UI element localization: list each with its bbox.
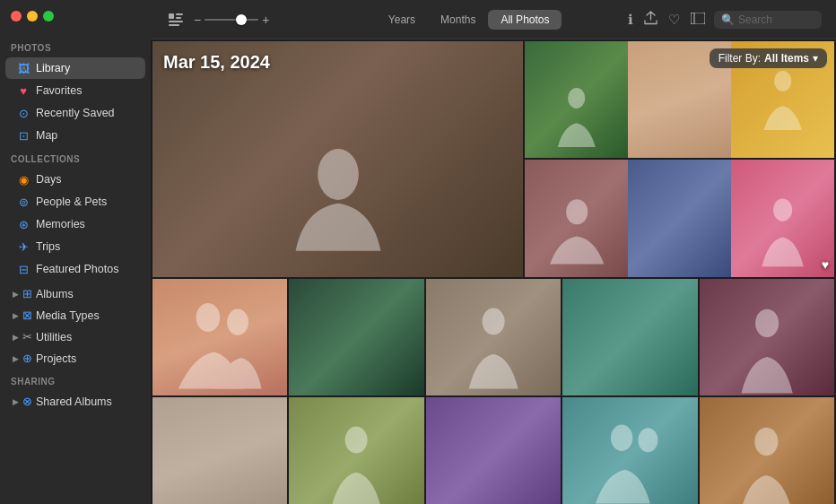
search-icon: 🔍: [721, 13, 735, 26]
sidebar-item-albums[interactable]: ▶ ⊞ Albums: [5, 283, 145, 304]
sidebar-item-media-types[interactable]: ▶ ⊠ Media Types: [5, 305, 145, 326]
zoom-track: [205, 19, 258, 21]
photo-grid-container: Mar 15, 2024 Filter By: All Items ▾: [151, 39, 836, 504]
shared-albums-icon: ⊗: [22, 395, 32, 408]
info-icon[interactable]: ℹ: [626, 10, 635, 30]
svg-rect-5: [691, 13, 705, 24]
sidebar-item-recently-saved[interactable]: ⊙ Recently Saved: [5, 102, 145, 124]
media-types-icon: ⊠: [22, 308, 32, 322]
photo-cell-14[interactable]: [289, 397, 423, 504]
sidebar-label-people-pets: People & Pets: [36, 196, 107, 208]
favorites-icon: ♥: [16, 83, 30, 98]
utilities-icon: ✂: [22, 330, 32, 343]
photo-row-1: ♥: [152, 41, 834, 277]
svg-point-11: [773, 198, 792, 221]
sidebar-item-people-pets[interactable]: ⊚ People & Pets: [5, 191, 145, 213]
svg-point-16: [345, 427, 368, 454]
svg-rect-1: [176, 13, 183, 15]
photo-cell-13[interactable]: [152, 397, 287, 504]
svg-point-9: [774, 70, 791, 91]
sidebar-label-memories: Memories: [36, 218, 85, 230]
share-icon[interactable]: [642, 9, 659, 30]
sidebar-item-utilities[interactable]: ▶ ✂ Utilities: [5, 326, 145, 347]
sidebar-label-shared-albums: Shared Albums: [36, 395, 112, 408]
filter-button[interactable]: Filter By: All Items ▾: [710, 48, 827, 68]
projects-icon: ⊕: [22, 352, 32, 365]
photo-cell-11[interactable]: [562, 279, 697, 395]
sidebar-item-memories[interactable]: ⊛ Memories: [5, 213, 145, 235]
filter-value: All Items: [764, 52, 809, 65]
sidebar-label-trips: Trips: [36, 240, 60, 253]
zoom-minus-icon[interactable]: −: [194, 13, 201, 27]
toolbar-center: Years Months All Photos: [322, 10, 615, 30]
svg-point-8: [568, 88, 585, 109]
sidebar-label-albums: Albums: [36, 288, 74, 300]
svg-point-14: [483, 308, 505, 335]
zoom-thumb[interactable]: [236, 14, 247, 25]
svg-rect-4: [169, 24, 179, 26]
svg-rect-0: [169, 13, 174, 19]
photo-cell-6[interactable]: [628, 160, 731, 277]
layout-icon-button[interactable]: [165, 9, 187, 30]
sidebar-section-photos: Photos: [0, 36, 151, 56]
close-button[interactable]: [11, 11, 22, 22]
svg-point-17: [610, 424, 631, 450]
sidebar-item-favorites[interactable]: ♥ Favorites: [5, 80, 145, 101]
search-input[interactable]: [738, 13, 810, 26]
days-icon: ◉: [16, 172, 30, 187]
utilities-expand-arrow: ▶: [13, 333, 19, 342]
photo-cell-8[interactable]: [152, 279, 287, 395]
sidebar-item-days[interactable]: ◉ Days: [5, 169, 145, 190]
people-pets-icon: ⊚: [16, 195, 30, 209]
sidebar-item-projects[interactable]: ▶ ⊕ Projects: [5, 348, 145, 369]
photo-cell-7[interactable]: ♥: [731, 160, 834, 277]
trips-icon: ✈: [16, 239, 30, 254]
photo-cell-15[interactable]: [426, 397, 561, 504]
sidebar-item-library[interactable]: 🖼 Library: [5, 57, 145, 79]
zoom-slider[interactable]: − +: [194, 13, 269, 27]
tab-years[interactable]: Years: [376, 10, 428, 30]
shared-albums-expand-arrow: ▶: [13, 397, 19, 406]
sidebar-item-shared-albums[interactable]: ▶ ⊗ Shared Albums: [5, 391, 145, 412]
photo-row-3: [152, 279, 834, 395]
memories-icon: ⊛: [16, 217, 30, 231]
featured-photos-icon: ⊟: [16, 262, 30, 276]
svg-point-19: [755, 428, 779, 456]
photo-grid: Mar 15, 2024 Filter By: All Items ▾: [152, 41, 834, 504]
heart-icon[interactable]: ♡: [666, 10, 682, 30]
toolbar: − + Years Months All Photos ℹ ♡: [151, 0, 836, 39]
tab-months[interactable]: Months: [428, 10, 488, 30]
svg-point-13: [227, 308, 248, 335]
svg-point-18: [638, 428, 657, 452]
map-icon: ⊡: [16, 128, 30, 143]
zoom-plus-icon[interactable]: +: [262, 13, 269, 27]
sidebar-item-featured-photos[interactable]: ⊟ Featured Photos: [5, 258, 145, 280]
photo-cell-9[interactable]: [289, 279, 423, 395]
maximize-button[interactable]: [43, 11, 54, 22]
photo-cell-12[interactable]: [700, 279, 834, 395]
sidebar-label-library: Library: [36, 62, 70, 74]
photo-cell-1[interactable]: [152, 41, 523, 277]
svg-rect-2: [176, 17, 181, 19]
sidebar-label-favorites: Favorites: [36, 84, 82, 97]
sidebar-toggle-icon[interactable]: [689, 10, 707, 29]
sidebar-item-trips[interactable]: ✈ Trips: [5, 236, 145, 257]
date-label: Mar 15, 2024: [163, 52, 270, 73]
svg-point-15: [755, 309, 779, 337]
photo-cell-17[interactable]: [700, 397, 834, 504]
toolbar-left: − +: [165, 9, 311, 30]
photo-cell-5[interactable]: [525, 160, 628, 277]
svg-point-10: [566, 199, 588, 224]
tab-all-photos[interactable]: All Photos: [488, 10, 562, 30]
photo-cell-10[interactable]: [426, 279, 561, 395]
photo-cell-2[interactable]: [525, 41, 628, 158]
sidebar: Photos 🖼 Library ♥ Favorites ⊙ Recently …: [0, 0, 151, 504]
toolbar-right: ℹ ♡ 🔍: [626, 9, 822, 30]
filter-label: Filter By:: [718, 52, 761, 65]
sidebar-label-recently-saved: Recently Saved: [36, 107, 115, 119]
albums-icon: ⊞: [22, 287, 32, 300]
minimize-button[interactable]: [27, 11, 38, 22]
media-types-expand-arrow: ▶: [13, 311, 19, 320]
photo-cell-16[interactable]: [562, 397, 697, 504]
sidebar-item-map[interactable]: ⊡ Map: [5, 125, 145, 146]
